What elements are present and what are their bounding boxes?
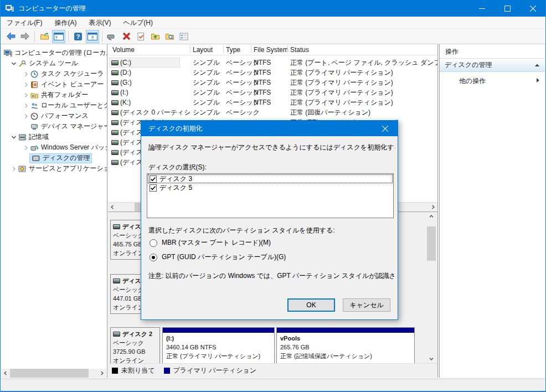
scroll-up-icon[interactable] xyxy=(427,212,436,221)
tree-horizontal-scrollbar[interactable] xyxy=(1,369,106,378)
column-header-file-system[interactable]: File System xyxy=(254,45,289,55)
sidebar-item-device-manager[interactable]: デバイス マネージャー xyxy=(1,121,107,132)
dialog-close-button[interactable] xyxy=(373,121,398,136)
minimize-button[interactable] xyxy=(469,0,495,17)
show-console-tree-button[interactable] xyxy=(52,30,65,43)
chevron-expanded-icon[interactable] xyxy=(11,61,17,66)
local-users-groups-icon xyxy=(30,102,39,110)
sidebar-item-system-tools[interactable]: システム ツール xyxy=(1,58,107,69)
help-button[interactable]: ? xyxy=(71,30,85,43)
chevron-collapsed-icon[interactable] xyxy=(23,92,29,98)
menu-view[interactable]: 表示(V) xyxy=(83,17,117,29)
checkbox-checked-icon[interactable] xyxy=(150,176,157,183)
sidebar-item-services-applications[interactable]: サービスとアプリケーション xyxy=(1,163,107,174)
toolbar-separator xyxy=(102,31,102,42)
volume-fs: NTFS xyxy=(254,58,271,68)
mbr-radio-option[interactable]: MBR (マスター ブート レコード)(M) xyxy=(150,238,271,247)
disk-2-label-box[interactable]: ディスク 2 ベーシック 3725.90 GB オンライン xyxy=(110,327,160,363)
delete-volume-button[interactable] xyxy=(120,30,133,43)
partition-size: 3460.14 GB NTFS xyxy=(163,343,274,352)
scroll-down-icon[interactable] xyxy=(427,354,436,363)
column-separator[interactable] xyxy=(287,45,288,53)
volume-type: ベーシック xyxy=(226,107,260,117)
volume-row[interactable]: (ディスク 0 パーティション 1) シンプル ベーシック 正常 (回復パーティ… xyxy=(108,107,437,117)
disk-list-item[interactable]: ディスク 3 xyxy=(148,174,393,183)
properties-check-button[interactable] xyxy=(134,30,147,43)
sidebar-item-shared-folders[interactable]: 共有フォルダー xyxy=(1,90,107,100)
initialize-disk-dialog: ディスクの初期化 論理ディスク マネージャーがアクセスできるようにするにはディス… xyxy=(141,120,398,320)
volume-row[interactable]: (D:) シンプル ベーシック NTFS 正常 (プライマリ パーティション) xyxy=(108,68,437,78)
column-header-layout[interactable]: Layout xyxy=(193,45,213,55)
volume-row[interactable]: (I:) シンプル ベーシック NTFS 正常 (プライマリ パーティション) xyxy=(108,87,437,97)
partition-box-i-drive[interactable]: (I:) 3460.14 GB NTFS 正常 (プライマリ パーティション) xyxy=(162,327,275,363)
collapse-section-icon[interactable] xyxy=(534,61,540,69)
window-title: コンピューターの管理 xyxy=(18,4,86,13)
menu-file[interactable]: ファイル(F) xyxy=(1,17,48,29)
volume-fs: NTFS xyxy=(254,87,271,97)
chevron-collapsed-icon[interactable] xyxy=(23,114,29,119)
scrollbar-thumb[interactable] xyxy=(10,369,89,378)
volume-icon xyxy=(111,110,119,115)
menu-action[interactable]: 操作(A) xyxy=(48,17,83,29)
volume-row[interactable]: (K:) シンプル ベーシック NTFS 正常 (プライマリ パーティション) xyxy=(108,97,437,107)
column-header-volume[interactable]: Volume xyxy=(112,45,135,55)
graphical-view-vertical-scrollbar[interactable] xyxy=(427,212,436,363)
chevron-collapsed-icon[interactable] xyxy=(23,145,29,151)
checkbox-checked-icon[interactable] xyxy=(150,184,157,192)
radio-unselected-icon[interactable] xyxy=(150,239,157,247)
menu-help[interactable]: ヘルプ(H) xyxy=(117,17,159,29)
folder-search-button[interactable] xyxy=(163,30,176,43)
sidebar-item-local-users-groups[interactable]: ローカル ユーザーとグループ xyxy=(1,100,107,111)
sidebar-item-storage[interactable]: 記憶域 xyxy=(1,132,107,142)
sidebar-item-computer-management[interactable]: コンピューターの管理 (ローカル) xyxy=(1,48,107,58)
sidebar-item-windows-server-backup[interactable]: Windows Server バックア xyxy=(1,142,107,153)
cancel-button[interactable]: キャンセル xyxy=(343,298,390,312)
export-folder-icon[interactable] xyxy=(38,30,51,43)
sidebar-item-performance[interactable]: パフォーマンス xyxy=(1,111,107,121)
volume-name: (G:) xyxy=(120,78,187,87)
column-header-type[interactable]: Type xyxy=(226,45,240,55)
maximize-button[interactable] xyxy=(495,0,520,17)
chevron-collapsed-icon[interactable] xyxy=(11,166,17,172)
more-actions-item[interactable]: 他の操作 xyxy=(440,74,545,87)
chevron-expanded-icon[interactable] xyxy=(11,135,17,140)
tree-item-label: タスク スケジューラ xyxy=(41,69,104,79)
sidebar-item-disk-management[interactable]: ディスクの管理 xyxy=(1,153,107,163)
sidebar-item-task-scheduler[interactable]: タスク スケジューラ xyxy=(1,69,107,79)
scrollbar-thumb[interactable] xyxy=(427,226,436,261)
ok-button[interactable]: OK xyxy=(287,298,335,312)
disk-select-listbox[interactable]: ディスク 3 ディスク 5 xyxy=(147,173,394,218)
column-separator[interactable] xyxy=(223,45,224,53)
volume-row[interactable]: (C:) シンプル ベーシック NTFS 正常 (ブート, ページ ファイル, … xyxy=(108,58,437,68)
back-button[interactable] xyxy=(4,30,17,43)
rescan-disks-button[interactable] xyxy=(105,30,119,43)
volume-icon xyxy=(111,70,119,75)
partition-box-vpools[interactable]: vPools 265.76 GB 正常 (記憶域保護パーティション) xyxy=(276,327,415,363)
volume-row[interactable]: (G:) シンプル ベーシック NTFS 正常 (プライマリ パーティション) xyxy=(108,78,437,87)
close-button[interactable] xyxy=(520,0,545,17)
windows-server-backup-icon xyxy=(30,144,39,152)
scroll-left-icon[interactable] xyxy=(1,369,10,378)
forward-button[interactable] xyxy=(18,30,32,43)
volume-status: 正常 (回復パーティション) xyxy=(290,107,437,117)
disk-name: ディスク 2 xyxy=(122,329,152,338)
chevron-collapsed-icon[interactable] xyxy=(23,71,29,77)
scroll-right-icon[interactable] xyxy=(429,203,437,212)
volume-icon xyxy=(111,90,119,95)
scroll-right-icon[interactable] xyxy=(97,369,106,378)
disk-management-action-section[interactable]: ディスクの管理 xyxy=(440,59,545,72)
show-action-pane-button[interactable] xyxy=(86,30,99,43)
column-header-status[interactable]: Status xyxy=(290,45,309,55)
gpt-radio-option[interactable]: GPT (GUID パーティション テーブル)(G) xyxy=(150,252,286,262)
disk-list-item[interactable]: ディスク 5 xyxy=(148,183,393,192)
chevron-collapsed-icon[interactable] xyxy=(23,82,29,87)
sidebar-item-event-viewer[interactable]: イベント ビューアー xyxy=(1,79,107,90)
task-list-button[interactable] xyxy=(177,30,190,43)
svg-text:?: ? xyxy=(76,33,80,40)
scroll-left-icon[interactable] xyxy=(108,203,117,212)
column-separator[interactable] xyxy=(190,45,190,53)
folder-up-arrow-button[interactable] xyxy=(148,30,162,43)
column-separator[interactable] xyxy=(251,45,251,53)
radio-selected-icon[interactable] xyxy=(150,254,157,261)
chevron-collapsed-icon[interactable] xyxy=(23,103,29,109)
